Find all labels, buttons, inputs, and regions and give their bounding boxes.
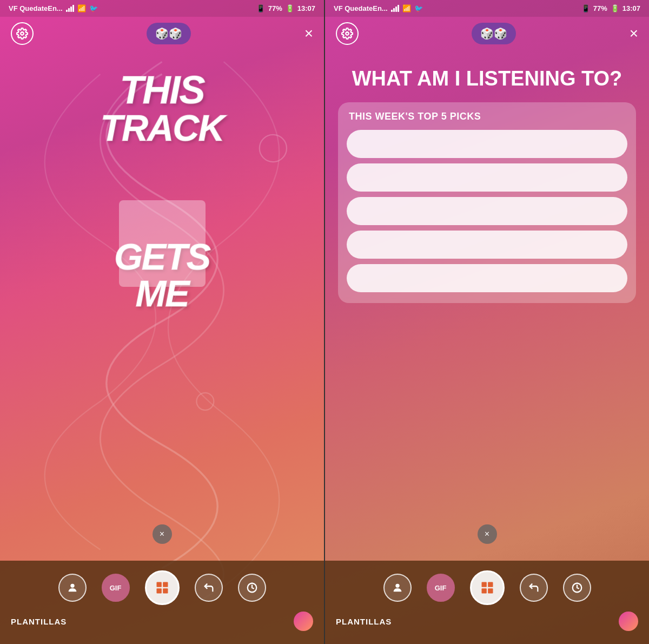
grid-icon-right bbox=[480, 580, 495, 595]
svg-rect-7 bbox=[163, 588, 168, 593]
gif-button[interactable]: GIF bbox=[102, 574, 130, 602]
toolbar-buttons-left: GIF bbox=[58, 566, 266, 609]
profile-icon-right bbox=[392, 582, 403, 594]
gif-button-right[interactable]: GIF bbox=[427, 574, 455, 602]
pick-item-4[interactable] bbox=[347, 231, 627, 259]
gradient-color-picker-right[interactable] bbox=[619, 612, 638, 631]
status-bar-right: VF QuedateEn... 📶 🐦 📱 77% 🔋 13:07 bbox=[325, 0, 649, 17]
close-button-left[interactable]: × bbox=[304, 25, 313, 42]
undo-button-right[interactable] bbox=[520, 574, 548, 602]
templates-button-active-right[interactable] bbox=[470, 570, 505, 605]
bottom-toolbar-left: GIF PLANTILLAS bbox=[0, 561, 324, 644]
plantillas-row: PLANTILLAS bbox=[0, 609, 324, 633]
plantillas-label-right: PLANTILLAS bbox=[336, 617, 392, 626]
timer-button[interactable] bbox=[238, 574, 266, 602]
pick-item-5[interactable] bbox=[347, 264, 627, 292]
dice-button[interactable]: 🎲🎲 bbox=[147, 23, 191, 44]
battery-info-right: 📱 77% 🔋 13:07 bbox=[581, 4, 640, 12]
top-controls-left: 🎲🎲 × bbox=[0, 17, 324, 50]
carrier-name-right: VF QuedateEn... bbox=[334, 4, 388, 12]
undo-icon bbox=[203, 582, 215, 594]
wifi-icon-right: 📶 bbox=[402, 4, 411, 12]
grid-icon bbox=[155, 580, 170, 595]
dismiss-sticker-button-right[interactable]: × bbox=[478, 524, 497, 544]
album-art-placeholder bbox=[119, 200, 206, 287]
profile-icon bbox=[67, 582, 78, 594]
profile-button-right[interactable] bbox=[383, 574, 412, 602]
svg-rect-14 bbox=[488, 588, 493, 593]
picks-card: THIS WEEK'S TOP 5 PICKS bbox=[338, 102, 636, 303]
carrier-info: VF QuedateEn... 📶 🐦 bbox=[9, 4, 98, 12]
carrier-info-right: VF QuedateEn... 📶 🐦 bbox=[334, 4, 423, 12]
left-screen-content: VF QuedateEn... 📶 🐦 📱 77% 🔋 13:07 bbox=[0, 0, 324, 644]
gif-label-right: GIF bbox=[435, 584, 447, 592]
dice-icon: 🎲🎲 bbox=[155, 27, 182, 40]
battery-info: 📱 77% 🔋 13:07 bbox=[256, 4, 315, 12]
undo-button[interactable] bbox=[195, 574, 223, 602]
gear-icon-right bbox=[341, 28, 353, 40]
timer-button-right[interactable] bbox=[563, 574, 591, 602]
svg-point-2 bbox=[21, 32, 24, 35]
plantillas-label: PLANTILLAS bbox=[11, 617, 67, 626]
battery-percent-right: 77% bbox=[593, 4, 607, 12]
twitter-icon: 🐦 bbox=[89, 4, 98, 12]
battery-icon: 🔋 bbox=[286, 4, 294, 12]
time-display-right: 13:07 bbox=[622, 4, 640, 12]
svg-rect-12 bbox=[488, 582, 493, 587]
pick-item-2[interactable] bbox=[347, 163, 627, 192]
signal-icon bbox=[66, 5, 74, 12]
gear-icon bbox=[16, 28, 28, 40]
plantillas-row-right: PLANTILLAS bbox=[325, 609, 649, 633]
right-phone-screen: VF QuedateEn... 📶 🐦 📱 77% 🔋 13:07 bbox=[325, 0, 649, 644]
svg-rect-4 bbox=[156, 582, 161, 587]
dice-button-right[interactable]: 🎲🎲 bbox=[472, 23, 516, 44]
battery-percent: 77% bbox=[268, 4, 282, 12]
right-screen-content: VF QuedateEn... 📶 🐦 📱 77% 🔋 13:07 bbox=[325, 0, 649, 644]
toolbar-buttons-right: GIF bbox=[383, 566, 591, 609]
dice-icon-right: 🎲🎲 bbox=[480, 27, 507, 40]
svg-rect-5 bbox=[163, 582, 168, 587]
bottom-toolbar-right: GIF PLANTILLAS bbox=[325, 561, 649, 644]
battery-icon-right: 🔋 bbox=[611, 4, 619, 12]
carrier-name: VF QuedateEn... bbox=[9, 4, 63, 12]
text-track: TRACK bbox=[0, 109, 324, 146]
gif-label: GIF bbox=[110, 584, 122, 592]
wifi-icon: 📶 bbox=[77, 4, 86, 12]
status-bar-left: VF QuedateEn... 📶 🐦 📱 77% 🔋 13:07 bbox=[0, 0, 324, 17]
screen-icon: 📱 bbox=[256, 4, 265, 12]
picks-header: THIS WEEK'S TOP 5 PICKS bbox=[347, 111, 627, 122]
signal-icon-right bbox=[391, 5, 399, 12]
svg-rect-13 bbox=[481, 588, 486, 593]
pick-item-1[interactable] bbox=[347, 130, 627, 158]
screen-icon-right: 📱 bbox=[581, 4, 590, 12]
dismiss-sticker-button[interactable]: × bbox=[153, 524, 172, 544]
settings-button[interactable] bbox=[11, 22, 34, 45]
svg-rect-6 bbox=[156, 588, 161, 593]
text-this: THIS bbox=[0, 70, 324, 109]
svg-rect-11 bbox=[481, 582, 486, 587]
gradient-color-picker[interactable] bbox=[294, 612, 313, 631]
close-button-right[interactable]: × bbox=[630, 25, 638, 42]
twitter-icon-right: 🐦 bbox=[414, 4, 423, 12]
profile-button[interactable] bbox=[58, 574, 87, 602]
time-display: 13:07 bbox=[297, 4, 315, 12]
templates-button-active[interactable] bbox=[145, 570, 180, 605]
svg-point-10 bbox=[395, 584, 399, 588]
undo-icon-right bbox=[528, 582, 540, 594]
svg-point-9 bbox=[346, 32, 349, 35]
timer-icon-right bbox=[571, 582, 583, 594]
top-controls-right: 🎲🎲 × bbox=[325, 17, 649, 50]
svg-point-3 bbox=[70, 584, 74, 588]
question-heading: WHAT AM I LISTENING TO? bbox=[325, 50, 649, 102]
pick-item-3[interactable] bbox=[347, 197, 627, 225]
timer-icon bbox=[246, 582, 258, 594]
left-phone-screen: VF QuedateEn... 📶 🐦 📱 77% 🔋 13:07 bbox=[0, 0, 324, 644]
settings-button-right[interactable] bbox=[336, 22, 359, 45]
